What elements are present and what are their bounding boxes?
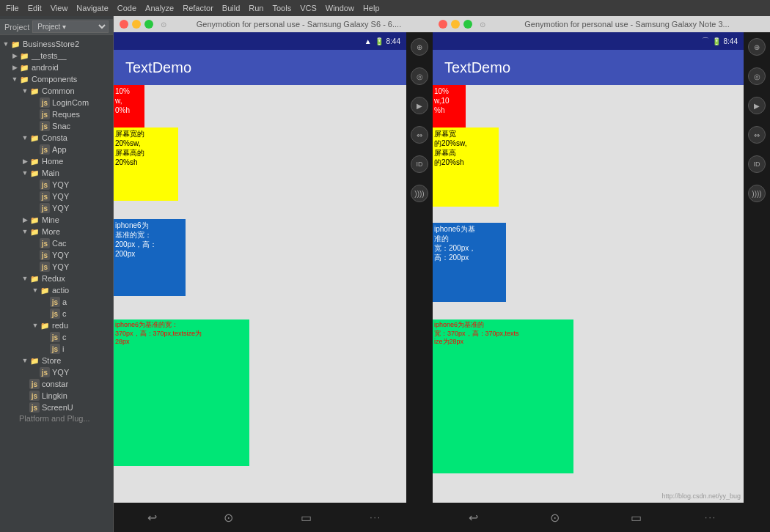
project-select[interactable]: Project ▾ xyxy=(32,21,109,33)
menu-item[interactable]: Run xyxy=(249,4,263,12)
close-button-2[interactable] xyxy=(439,20,447,29)
tree-item-label: Snac xyxy=(52,122,70,130)
tree-item-label: android xyxy=(32,63,59,72)
more-button-2[interactable]: ··· xyxy=(705,512,716,522)
menu-item[interactable]: View xyxy=(51,4,68,12)
phone-content-1: 10%w,0%h 屏幕宽的20%sw,屏幕高的20%sh iphone6为基准的… xyxy=(114,85,406,503)
menu-item[interactable]: Refactor xyxy=(183,4,213,12)
gps-button-1[interactable]: ⊕ xyxy=(411,38,428,56)
phone-titlebar-2: ⊙ Genymotion for personal use - Samsung … xyxy=(433,16,770,32)
tree-item[interactable]: ▼ 📁 actio xyxy=(0,284,113,296)
menu-item[interactable]: Navigate xyxy=(76,4,108,12)
folder-icon: 📁 xyxy=(29,273,40,284)
id-button-1[interactable]: ID xyxy=(411,155,428,173)
id-button-2[interactable]: ID xyxy=(748,155,766,173)
green-box-text-1: iphone6为基准的宽：370px，高：370px,textsize为28px xyxy=(114,319,249,348)
tree-item[interactable]: ▼ 📁 Common xyxy=(0,85,113,97)
tree-item[interactable]: ▶ 📁 Home xyxy=(0,155,113,167)
tree-item[interactable]: js YQY xyxy=(0,202,113,214)
js-icon: js xyxy=(50,332,60,342)
tree-item[interactable]: js a xyxy=(0,296,113,308)
menu-item[interactable]: Window xyxy=(326,4,354,12)
tree-item[interactable]: ▼ 📁 Consta xyxy=(0,132,113,144)
tree-item[interactable]: js LoginCom xyxy=(0,97,113,108)
menu-item[interactable]: Help xyxy=(363,4,380,12)
tree-item[interactable]: js i xyxy=(0,343,113,355)
folder-icon: 📁 xyxy=(19,74,29,84)
phone-side-controls-2: ⊕ ◎ ▶ ⇔ ID xyxy=(744,32,770,532)
home-button-1[interactable]: ⊙ xyxy=(215,508,242,528)
folder-icon: 📁 xyxy=(29,226,40,237)
id-icon-1: ID xyxy=(417,160,423,168)
yellow-box-2: 屏幕宽的20%sw,屏幕高的20%sh xyxy=(433,128,499,207)
wifi-button-1[interactable]: )))) xyxy=(411,185,428,202)
project-sidebar: Project Project ▾ ▼ 📁 BusinessStore2 ▶ 📁… xyxy=(0,16,114,532)
wifi-button-2[interactable]: )))) xyxy=(748,185,766,202)
gps-button-2[interactable]: ⊕ xyxy=(748,38,766,56)
arrow-button-2[interactable]: ⇔ xyxy=(748,126,766,144)
tree-item[interactable]: js Snac xyxy=(0,120,113,132)
tree-item-label: YQY xyxy=(52,251,69,259)
media-button-1[interactable]: ▶ xyxy=(411,97,428,114)
tree-item[interactable]: ▼ 📁 redu xyxy=(0,319,113,331)
back-button-1[interactable]: ↩ xyxy=(139,508,166,528)
tree-item[interactable]: ▼ 📁 Store xyxy=(0,355,113,366)
tree-item[interactable]: js YQY xyxy=(0,179,113,191)
tree-item[interactable]: js ScreenU xyxy=(0,402,113,413)
js-icon: js xyxy=(29,379,40,389)
wifi-signal-icon-2: ⌒ xyxy=(702,36,709,46)
back-button-2[interactable]: ↩ xyxy=(460,508,487,528)
menu-item[interactable]: Build xyxy=(222,4,240,12)
traffic-lights-2 xyxy=(439,20,472,29)
tree-item[interactable]: js Cac xyxy=(0,237,113,249)
recents-button-1[interactable]: ▭ xyxy=(292,508,320,528)
tree-item[interactable]: js YQY xyxy=(0,249,113,261)
menu-item[interactable]: Analyze xyxy=(145,4,174,12)
menu-item[interactable]: VCS xyxy=(300,4,317,12)
camera-button-1[interactable]: ◎ xyxy=(411,67,428,85)
tree-item[interactable]: js constar xyxy=(0,378,113,390)
tree-item-label: YQY xyxy=(52,262,69,271)
tree-item[interactable]: js YQY xyxy=(0,191,113,202)
tree-item[interactable]: ▶ 📁 __tests__ xyxy=(0,50,113,62)
arrow-button-1[interactable]: ⇔ xyxy=(411,126,428,144)
minimize-button[interactable] xyxy=(132,20,141,29)
js-icon: js xyxy=(50,297,60,307)
maximize-button-2[interactable] xyxy=(463,20,472,29)
tree-item[interactable]: ▶ 📁 Mine xyxy=(0,214,113,226)
tree-item[interactable]: ▼ 📁 Redux xyxy=(0,273,113,284)
camera-button-2[interactable]: ◎ xyxy=(748,67,766,85)
tree-item[interactable]: js App xyxy=(0,144,113,155)
tree-item[interactable]: ▼ 📁 Components xyxy=(0,73,113,85)
tree-item[interactable]: js c xyxy=(0,331,113,343)
tree-item[interactable]: js YQY xyxy=(0,261,113,273)
tree-item[interactable]: js c xyxy=(0,308,113,319)
tree-root[interactable]: ▼ 📁 BusinessStore2 xyxy=(0,38,113,50)
menu-item[interactable]: Code xyxy=(117,4,136,12)
tree-item-label: __tests__ xyxy=(32,51,67,60)
tree-item[interactable]: ▼ 📁 Main xyxy=(0,167,113,179)
phone-content-2: 10%w,10%h 屏幕宽的20%sw,屏幕高的20%sh iphone6为基准… xyxy=(433,85,744,503)
home-button-2[interactable]: ⊙ xyxy=(541,508,568,528)
yellow-box-text-2: 屏幕宽的20%sw,屏幕高的20%sh xyxy=(433,128,499,169)
menu-item[interactable]: Tools xyxy=(272,4,291,12)
minimize-button-2[interactable] xyxy=(451,20,460,29)
tree-item[interactable]: js Reques xyxy=(0,108,113,120)
phones-area: ⊙ Genymotion for personal use - Samsung … xyxy=(114,16,770,532)
media-button-2[interactable]: ▶ xyxy=(748,97,766,114)
phone-body-1: ▲ 🔋 8:44 TextDemo xyxy=(114,32,406,532)
green-box-2: iphone6为基准的宽：370px，高：370px,textsize为28px xyxy=(433,319,573,473)
tree-item[interactable]: Platform and Plug... xyxy=(0,413,113,424)
close-button[interactable] xyxy=(120,20,128,29)
tree-item[interactable]: js YQY xyxy=(0,366,113,378)
phone-bottom-nav-2: ↩ ⊙ ▭ ··· xyxy=(433,503,744,532)
menu-item[interactable]: File xyxy=(6,4,19,12)
tree-item[interactable]: ▶ 📁 android xyxy=(0,62,113,73)
tree-item-more[interactable]: ▼ 📁 More xyxy=(0,226,113,237)
tree-item[interactable]: js Lingkin xyxy=(0,390,113,402)
arrow-icon-1: ⇔ xyxy=(417,131,422,139)
maximize-button[interactable] xyxy=(144,20,153,29)
more-button-1[interactable]: ··· xyxy=(370,512,381,522)
recents-button-2[interactable]: ▭ xyxy=(622,508,650,528)
menu-item[interactable]: Edit xyxy=(28,4,42,12)
